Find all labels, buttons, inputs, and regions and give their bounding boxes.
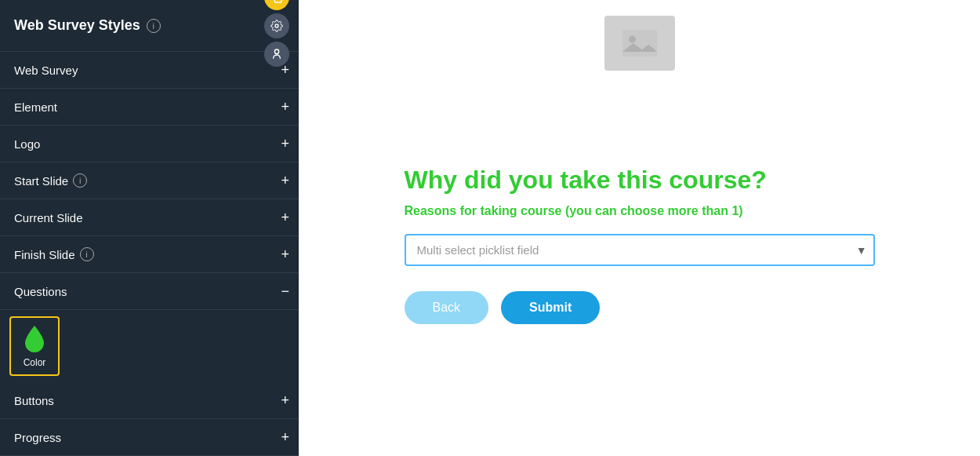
- submit-button[interactable]: Submit: [501, 291, 600, 324]
- questions-minus-icon: −: [281, 284, 289, 298]
- start-slide-plus-icon: +: [281, 173, 289, 188]
- web-survey-plus-icon: +: [281, 63, 289, 77]
- duplicate-button[interactable]: [264, 0, 289, 10]
- svg-rect-3: [622, 30, 656, 56]
- sidebar-item-buttons[interactable]: Buttons +: [0, 382, 299, 419]
- svg-point-1: [275, 24, 278, 27]
- color-drop-icon: [22, 324, 47, 354]
- finish-slide-plus-icon: +: [281, 247, 289, 261]
- settings-button[interactable]: [264, 13, 289, 38]
- sidebar-item-logo[interactable]: Logo +: [0, 126, 299, 162]
- sidebar-item-start-slide[interactable]: Start Slide i +: [0, 162, 299, 199]
- sidebar-item-web-survey[interactable]: Web Survey +: [0, 52, 299, 89]
- sidebar: Web Survey Styles i: [0, 0, 299, 456]
- picklist-wrapper: Multi select picklist field ▼: [405, 234, 875, 266]
- current-slide-plus-icon: +: [281, 210, 289, 224]
- sidebar-item-progress[interactable]: Progress +: [0, 419, 299, 456]
- sidebar-item-finish-slide[interactable]: Finish Slide i +: [0, 236, 299, 273]
- svg-point-4: [629, 36, 636, 43]
- survey-subtitle: Reasons for taking course (you can choos…: [405, 204, 743, 218]
- finish-slide-info-icon: i: [80, 247, 94, 261]
- image-placeholder: [604, 16, 675, 71]
- logo-plus-icon: +: [281, 137, 289, 151]
- main-content: Why did you take this course? Reasons fo…: [299, 0, 980, 456]
- button-row: Back Submit: [405, 291, 601, 324]
- color-item[interactable]: Color: [9, 316, 60, 376]
- color-label: Color: [24, 357, 46, 368]
- back-button[interactable]: Back: [405, 291, 489, 324]
- sidebar-item-element[interactable]: Element +: [0, 89, 299, 126]
- progress-plus-icon: +: [281, 430, 289, 444]
- start-slide-info-icon: i: [73, 173, 87, 188]
- buttons-plus-icon: +: [281, 393, 289, 407]
- sidebar-item-current-slide[interactable]: Current Slide +: [0, 199, 299, 236]
- placeholder-image-icon: [620, 27, 659, 59]
- svg-rect-0: [274, 0, 281, 2]
- survey-question: Why did you take this course?: [405, 165, 767, 195]
- survey-content: Why did you take this course? Reasons fo…: [405, 165, 875, 324]
- picklist-select[interactable]: Multi select picklist field: [405, 234, 875, 266]
- sidebar-header: Web Survey Styles i: [0, 0, 299, 52]
- sidebar-item-questions[interactable]: Questions −: [0, 273, 299, 310]
- element-plus-icon: +: [281, 100, 289, 114]
- sidebar-header-left: Web Survey Styles i: [14, 17, 161, 34]
- sidebar-info-icon: i: [147, 19, 161, 33]
- sidebar-title: Web Survey Styles: [14, 17, 140, 34]
